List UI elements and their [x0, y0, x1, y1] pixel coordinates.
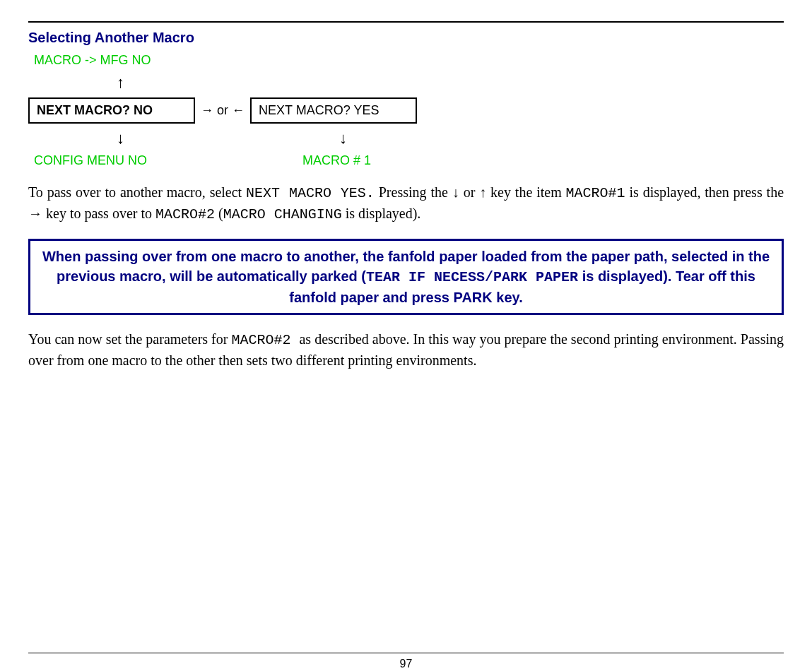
arrow-down-right-icon: ↓ [339, 129, 347, 148]
code-tear-park: TEAR IF NECESS/PARK PAPER [366, 269, 578, 285]
or-arrows-label: → or ← [201, 103, 245, 118]
next-macro-no-box: NEXT MACRO? NO [28, 97, 195, 124]
code-macro1: MACRO#1 [566, 185, 625, 201]
code-macro2: MACRO#2 [155, 206, 215, 222]
bottom-divider [28, 653, 784, 653]
section-title: Selecting Another Macro [28, 30, 784, 46]
paragraph-2: You can now set the parameters for MACRO… [28, 329, 784, 370]
macro-number-label: MACRO # 1 [302, 153, 371, 168]
page-number: 97 [28, 658, 784, 670]
next-macro-yes-box: NEXT MACRO? YES [250, 97, 417, 124]
flow-diagram: MACRO -> MFG NO ↑ NEXT MACRO? NO → or ← … [28, 53, 784, 168]
arrow-down-left-icon: ↓ [117, 129, 339, 148]
arrow-up-icon: ↑ [117, 73, 124, 92]
code-macro-changing: MACRO CHANGING [223, 206, 342, 222]
diagram-top-label: MACRO -> MFG NO [34, 53, 151, 68]
warning-note: When passing over from one macro to anot… [28, 239, 784, 315]
code-macro2-b: MACRO#2 [231, 332, 299, 348]
config-menu-label: CONFIG MENU NO [34, 153, 302, 168]
top-divider [28, 21, 784, 23]
code-next-macro-yes: NEXT MACRO YES. [246, 185, 375, 201]
paragraph-1: To pass over to another macro, select NE… [28, 182, 784, 225]
